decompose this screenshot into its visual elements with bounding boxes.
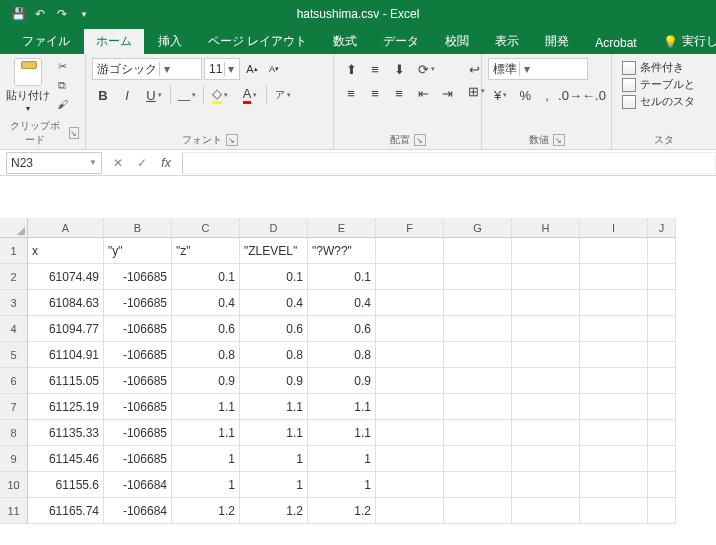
font-color-button[interactable]: A▾ (236, 84, 264, 106)
format-painter-icon[interactable]: 🖌 (54, 96, 70, 112)
column-header[interactable]: A (28, 218, 104, 238)
increase-decimal-icon[interactable]: .0→ (559, 84, 581, 106)
row-header[interactable]: 11 (0, 498, 28, 524)
cell[interactable]: -106685 (104, 420, 172, 446)
cell[interactable] (648, 238, 676, 264)
cell[interactable] (580, 264, 648, 290)
cell[interactable]: 1 (308, 472, 376, 498)
cell[interactable] (512, 290, 580, 316)
format-as-table-button[interactable]: テーブルと (622, 77, 706, 92)
align-right-icon[interactable]: ≡ (388, 82, 410, 104)
column-header[interactable]: H (512, 218, 580, 238)
cell[interactable]: 0.4 (308, 290, 376, 316)
cell[interactable]: -106684 (104, 472, 172, 498)
cell[interactable]: 1.1 (172, 394, 240, 420)
cell[interactable]: 61165.74 (28, 498, 104, 524)
cell[interactable] (444, 472, 512, 498)
cell[interactable]: 1.1 (240, 420, 308, 446)
cell[interactable] (580, 394, 648, 420)
cell[interactable]: 1.2 (240, 498, 308, 524)
italic-button[interactable]: I (116, 84, 138, 106)
decrease-font-icon[interactable]: A▾ (264, 58, 284, 80)
cell[interactable] (512, 238, 580, 264)
column-header[interactable]: B (104, 218, 172, 238)
cell[interactable]: x (28, 238, 104, 264)
cell[interactable] (580, 316, 648, 342)
row-header[interactable]: 1 (0, 238, 28, 264)
column-header[interactable]: E (308, 218, 376, 238)
cell[interactable] (444, 394, 512, 420)
font-dialog-launcher[interactable]: ↘ (226, 134, 238, 146)
cell[interactable] (512, 264, 580, 290)
number-format-combo[interactable]: 標準▾ (488, 58, 588, 80)
comma-button[interactable]: , (537, 84, 557, 106)
cell[interactable]: "z" (172, 238, 240, 264)
cell[interactable]: 61074.49 (28, 264, 104, 290)
cell[interactable]: 1 (308, 446, 376, 472)
cell[interactable] (580, 446, 648, 472)
copy-icon[interactable]: ⧉ (54, 77, 70, 93)
cell[interactable] (580, 342, 648, 368)
cell[interactable] (648, 446, 676, 472)
cell[interactable] (512, 420, 580, 446)
cell[interactable]: 1 (240, 446, 308, 472)
row-header[interactable]: 10 (0, 472, 28, 498)
cell[interactable]: 1.2 (308, 498, 376, 524)
cell[interactable]: 61145.46 (28, 446, 104, 472)
cell[interactable] (376, 264, 444, 290)
redo-icon[interactable]: ↷ (54, 6, 70, 22)
cell[interactable]: 61104.91 (28, 342, 104, 368)
cell[interactable]: "y" (104, 238, 172, 264)
cell[interactable]: 1.1 (172, 420, 240, 446)
cell[interactable]: 1 (172, 446, 240, 472)
cell[interactable]: 0.4 (240, 290, 308, 316)
cell[interactable]: 0.6 (172, 316, 240, 342)
conditional-formatting-button[interactable]: 条件付き (622, 60, 706, 75)
undo-icon[interactable]: ↶ (32, 6, 48, 22)
cell[interactable]: "?W??" (308, 238, 376, 264)
select-all-corner[interactable] (0, 218, 28, 238)
cell[interactable]: -106685 (104, 368, 172, 394)
cell[interactable] (376, 368, 444, 394)
cell[interactable] (512, 342, 580, 368)
cell[interactable]: 0.4 (172, 290, 240, 316)
cell[interactable] (648, 420, 676, 446)
cell[interactable] (648, 264, 676, 290)
paste-button[interactable]: 貼り付け ▼ (6, 58, 50, 112)
fill-color-button[interactable]: ◇▾ (206, 84, 234, 106)
cell[interactable] (444, 342, 512, 368)
cell[interactable]: 61135.33 (28, 420, 104, 446)
cell[interactable]: 0.6 (240, 316, 308, 342)
row-header[interactable]: 8 (0, 420, 28, 446)
cell[interactable]: 1.1 (240, 394, 308, 420)
bold-button[interactable]: B (92, 84, 114, 106)
cell[interactable]: 0.6 (308, 316, 376, 342)
cell[interactable] (444, 290, 512, 316)
cell[interactable] (512, 446, 580, 472)
increase-font-icon[interactable]: A▴ (242, 58, 262, 80)
cell[interactable] (444, 238, 512, 264)
align-middle-icon[interactable]: ≡ (364, 58, 386, 80)
tab-page-layout[interactable]: ページ レイアウト (196, 29, 319, 54)
column-header[interactable]: I (580, 218, 648, 238)
cell[interactable]: 0.9 (240, 368, 308, 394)
tab-insert[interactable]: 挿入 (146, 29, 194, 54)
row-header[interactable]: 9 (0, 446, 28, 472)
tab-data[interactable]: データ (371, 29, 431, 54)
cell[interactable] (648, 316, 676, 342)
cell[interactable]: "ZLEVEL" (240, 238, 308, 264)
cell[interactable]: -106685 (104, 394, 172, 420)
cell[interactable]: 1.1 (308, 420, 376, 446)
cell[interactable]: 1 (240, 472, 308, 498)
cell[interactable] (512, 472, 580, 498)
cell[interactable] (648, 394, 676, 420)
cell[interactable]: 0.8 (240, 342, 308, 368)
cell[interactable]: 0.8 (172, 342, 240, 368)
clipboard-dialog-launcher[interactable]: ↘ (69, 127, 79, 139)
cell[interactable] (580, 498, 648, 524)
insert-function-icon[interactable]: fx (156, 156, 176, 170)
cell[interactable]: 61084.63 (28, 290, 104, 316)
borders-button[interactable]: ▾ (173, 84, 201, 106)
tab-developer[interactable]: 開発 (533, 29, 581, 54)
cell[interactable]: 61115.05 (28, 368, 104, 394)
